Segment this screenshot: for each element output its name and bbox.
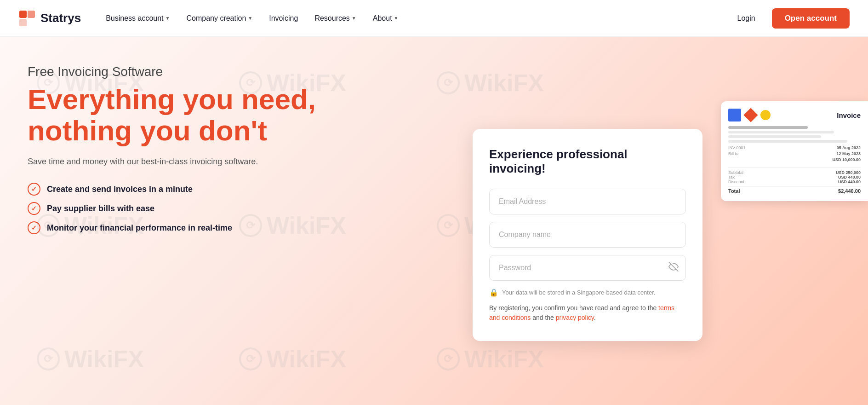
invoice-title: Invoice xyxy=(837,111,861,119)
inv-line xyxy=(728,135,821,138)
inv-shape-yellow xyxy=(760,110,771,120)
hero-title: Everything you need, nothing you don't xyxy=(28,84,349,146)
company-field-container xyxy=(489,222,686,248)
watermark-7: ⟳ WikiFX xyxy=(37,345,144,373)
inv-line xyxy=(728,140,847,143)
feature-item-1: Create and send invoices in a minute xyxy=(28,183,349,196)
nav-business-account[interactable]: Business account ▼ xyxy=(99,11,176,26)
svg-rect-2 xyxy=(19,19,27,26)
nav-resources[interactable]: Resources ▼ xyxy=(308,11,362,26)
nav-about[interactable]: About ▼ xyxy=(366,11,405,26)
feature-item-3: Monitor your financial performance in re… xyxy=(28,221,349,234)
chevron-down-icon: ▼ xyxy=(352,16,356,21)
chevron-down-icon: ▼ xyxy=(394,16,399,21)
inv-shape-red xyxy=(743,108,758,122)
navbar: Statrys Business account ▼ Company creat… xyxy=(0,0,868,37)
watermark-9: ⟳ WikiFX xyxy=(437,345,544,373)
email-field-container xyxy=(489,189,686,214)
check-icon-1 xyxy=(28,183,40,196)
hero-description: Save time and money with our best-in-cla… xyxy=(28,156,349,168)
password-field-container xyxy=(489,255,686,281)
svg-rect-0 xyxy=(19,11,27,18)
terms-text: By registering, you confirm you have rea… xyxy=(489,303,686,323)
password-input[interactable] xyxy=(489,255,686,281)
toggle-password-icon[interactable] xyxy=(668,262,679,274)
nav-right: Login Open account xyxy=(730,8,850,29)
signup-title: Experience professional invoicing! xyxy=(489,147,686,176)
hero-section: ⟳ WikiFX ⟳ WikiFX ⟳ WikiFX ⟳ WikiFX ⟳ Wi… xyxy=(0,37,868,405)
logo-text: Statrys xyxy=(40,11,81,25)
hero-left: Free Invoicing Software Everything you n… xyxy=(28,64,349,234)
hero-subtitle: Free Invoicing Software xyxy=(28,64,349,79)
nav-links: Business account ▼ Company creation ▼ In… xyxy=(99,11,730,26)
inv-line xyxy=(728,131,834,133)
watermark-3: ⟳ WikiFX xyxy=(437,69,544,97)
invoice-header: Invoice xyxy=(728,109,861,122)
invoice-lines xyxy=(728,126,861,143)
inv-numbers: INV-0001 05 Aug 2022 Bill to: 12 May 202… xyxy=(728,145,861,194)
nav-invoicing[interactable]: Invoicing xyxy=(263,11,304,26)
logo[interactable]: Statrys xyxy=(18,10,81,27)
check-icon-3 xyxy=(28,221,40,234)
chevron-down-icon: ▼ xyxy=(248,16,252,21)
privacy-link[interactable]: privacy policy xyxy=(556,314,594,321)
feature-list: Create and send invoices in a minute Pay… xyxy=(28,183,349,234)
inv-line xyxy=(728,126,808,129)
feature-item-2: Pay supplier bills with ease xyxy=(28,202,349,215)
email-input[interactable] xyxy=(489,189,686,214)
logo-icon xyxy=(18,10,36,27)
signup-card: Experience professional invoicing! 🔒 You… xyxy=(473,129,702,341)
lock-icon: 🔒 xyxy=(489,288,498,297)
data-notice: 🔒 Your data will be stored in a Singapor… xyxy=(489,288,686,297)
login-button[interactable]: Login xyxy=(730,11,762,26)
inv-shape-blue xyxy=(728,109,741,122)
chevron-down-icon: ▼ xyxy=(166,16,170,21)
nav-company-creation[interactable]: Company creation ▼ xyxy=(180,11,259,26)
open-account-button[interactable]: Open account xyxy=(772,8,850,29)
check-icon-2 xyxy=(28,202,40,215)
invoice-preview: Invoice INV-0001 05 Aug 2022 Bill to: 12… xyxy=(721,101,868,201)
company-input[interactable] xyxy=(489,222,686,248)
svg-rect-1 xyxy=(28,11,35,18)
watermark-8: ⟳ WikiFX xyxy=(239,345,346,373)
